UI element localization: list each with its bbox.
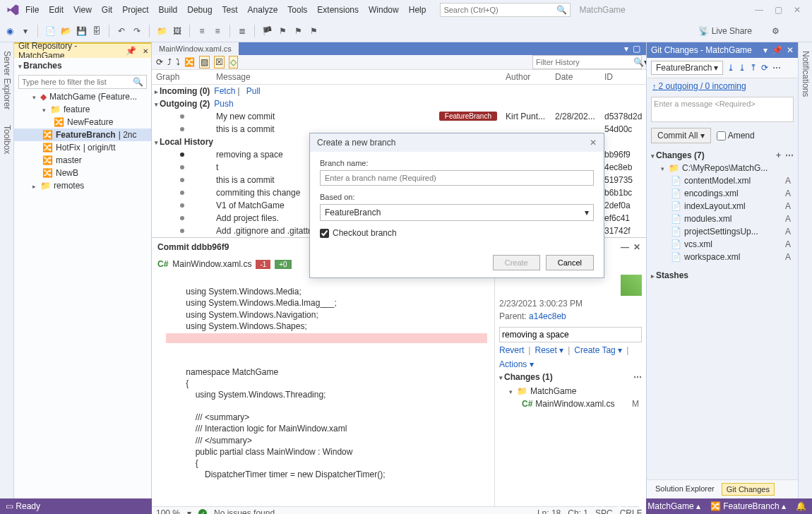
proj-node[interactable]: 📁MatchGame [499, 385, 642, 398]
menu-help[interactable]: Help [409, 5, 426, 15]
h-ico-graph1[interactable]: ▨ [199, 56, 210, 68]
remotes-folder[interactable]: 📁remotes [14, 179, 151, 192]
minimize-icon[interactable]: ― [755, 5, 763, 15]
menu-extensions[interactable]: Extensions [317, 5, 359, 15]
menu-build[interactable]: Build [159, 5, 178, 15]
more-icon[interactable]: ⋯ [785, 150, 794, 160]
branch-newfeature[interactable]: 🔀NewFeature [14, 116, 151, 128]
menu-git[interactable]: Git [102, 5, 112, 15]
pin-icon[interactable]: 📌 [772, 45, 782, 55]
x1-icon[interactable]: ⚑ [277, 25, 288, 37]
branch-hotfix[interactable]: 🔀HotFix | origin/tt [14, 141, 151, 154]
pull-link[interactable]: Pull [246, 86, 261, 96]
project-indicator[interactable]: ◆ MatchGame ▴ [639, 501, 700, 511]
new-file-icon[interactable]: 📄 [44, 25, 56, 37]
add-icon[interactable]: + [776, 150, 781, 160]
file-row[interactable]: 📄projectSettingsUp...A [651, 225, 794, 238]
pin-icon[interactable]: 📌 [121, 46, 138, 56]
menu-debug[interactable]: Debug [187, 5, 212, 15]
branch-indicator[interactable]: 🔀 FeatureBranch ▴ [710, 501, 786, 511]
quick-search[interactable]: 🔍 [440, 3, 571, 17]
x3-icon[interactable]: ⚑ [308, 25, 319, 37]
file-row[interactable]: 📄workspace.xmlA [651, 251, 794, 263]
save-icon[interactable]: 💾 [76, 25, 87, 37]
comment-icon[interactable]: ≣ [237, 25, 248, 37]
minimize-detail-icon[interactable]: ― [621, 242, 629, 252]
close-detail-icon[interactable]: ✕ [633, 242, 640, 252]
maximize-editor-icon[interactable]: ▢ [633, 44, 640, 54]
h-ico-3[interactable]: 🔀 [184, 57, 195, 67]
menu-project[interactable]: Project [122, 5, 148, 15]
actions-link[interactable]: Actions ▾ [499, 359, 534, 369]
more-icon[interactable]: ⋯ [772, 63, 781, 73]
menu-file[interactable]: File [25, 5, 39, 15]
commit-subject-input[interactable] [499, 327, 642, 342]
fetch-link[interactable]: Fetch [214, 86, 235, 96]
x2-icon[interactable]: ⚑ [292, 25, 304, 37]
tab-dropdown-icon[interactable]: ▾ [624, 44, 628, 54]
menu-test[interactable]: Test [222, 5, 238, 15]
cancel-button[interactable]: Cancel [546, 255, 594, 270]
changed-file[interactable]: C#MainWindow.xaml.csM [499, 398, 642, 410]
outgoing-section[interactable]: Outgoing (2)Push [152, 97, 646, 110]
branches-header[interactable]: Branches [14, 58, 151, 73]
parent-commit-link[interactable]: a14ec8eb [529, 311, 566, 321]
file-row[interactable]: 📄indexLayout.xmlA [651, 200, 794, 213]
incoming-section[interactable]: Incoming (0)Fetch|Pull [152, 85, 646, 97]
more-icon[interactable]: ⋯ [633, 372, 642, 382]
repo-panel-tab[interactable]: Git Repository - MatchGame 📌 ✕ [14, 42, 151, 58]
sync-icon[interactable]: ⟳ [761, 63, 768, 73]
close-dialog-icon[interactable]: ✕ [590, 138, 597, 148]
menu-window[interactable]: Window [369, 5, 399, 15]
menu-analyze[interactable]: Analyze [248, 5, 278, 15]
filter-history[interactable]: 🔍▾ [532, 55, 642, 69]
h-ico-graph3[interactable]: ◇ [229, 56, 238, 68]
liveshare-icon[interactable]: 📡 [698, 26, 709, 36]
bookmark-icon[interactable]: 🏴 [261, 25, 273, 37]
file-row[interactable]: 📄contentModel.xmlA [651, 174, 794, 187]
branch-filter[interactable]: 🔍 [18, 75, 147, 89]
h-ico-graph2[interactable]: ☒ [214, 56, 225, 68]
admin-icon[interactable]: ⚙ [772, 26, 780, 36]
dropdown-icon[interactable]: ▾ [763, 45, 768, 55]
dropdown-icon[interactable]: ▾ [20, 25, 31, 37]
menu-tools[interactable]: Tools [287, 5, 307, 15]
commit-all-button[interactable]: Commit All ▾ [651, 128, 711, 143]
notifications-tab[interactable]: Notifications [799, 45, 812, 102]
save-all-icon[interactable]: 🗄 [91, 25, 102, 37]
root-folder[interactable]: 📁C:\MyRepos\MatchG... [651, 162, 794, 174]
redo-icon[interactable]: ↷ [131, 25, 143, 37]
notifications-icon[interactable]: 🔔 [796, 501, 806, 511]
git-changes-tab[interactable]: Git Changes [722, 483, 775, 496]
menu-edit[interactable]: Edit [49, 5, 64, 15]
open-icon[interactable]: 📂 [60, 25, 71, 37]
changes-count[interactable]: ✎ 7 [615, 501, 629, 511]
indent-icon[interactable]: ≡ [196, 25, 208, 37]
outgoing-incoming-link[interactable]: ↑ 2 outgoing / 0 incoming [647, 78, 798, 94]
close-panel-icon[interactable]: ✕ [138, 47, 151, 55]
undo-icon[interactable]: ↶ [116, 25, 127, 37]
push-link[interactable]: Push [214, 99, 233, 109]
checkout-branch-checkbox[interactable]: Checkout branch [320, 228, 594, 238]
based-on-select[interactable]: FeatureBranch▾ [320, 204, 594, 221]
h-ico-2[interactable]: ⤵ [176, 57, 180, 67]
zoom-level[interactable]: 100 % [156, 508, 180, 514]
code-diff-panel[interactable]: using System.Windows.Media; using System… [152, 272, 494, 506]
refresh-icon[interactable]: ⟳ [156, 57, 163, 67]
branch-name-input[interactable] [320, 170, 594, 186]
editor-tab[interactable]: MainWindow.xaml.cs [152, 42, 239, 55]
push-icon[interactable]: ⤒ [750, 63, 757, 73]
server-explorer-tab[interactable]: Server Explorer [1, 45, 13, 115]
stashes-section[interactable]: Stashes [656, 270, 688, 280]
liveshare-label[interactable]: Live Share [712, 26, 752, 36]
solution-explorer-tab[interactable]: Solution Explorer [651, 483, 719, 496]
close-icon[interactable]: ✕ [794, 5, 801, 15]
reset-link[interactable]: Reset ▾ [535, 345, 563, 355]
back-nav-icon[interactable]: ◉ [4, 25, 16, 37]
image-icon[interactable]: 🖼 [172, 25, 183, 37]
amend-checkbox[interactable]: Amend [717, 131, 755, 141]
file-row[interactable]: 📄modules.xmlA [651, 213, 794, 225]
fetch-icon[interactable]: ⤓ [727, 63, 734, 73]
menu-view[interactable]: View [73, 5, 92, 15]
filter-history-input[interactable] [536, 58, 633, 66]
